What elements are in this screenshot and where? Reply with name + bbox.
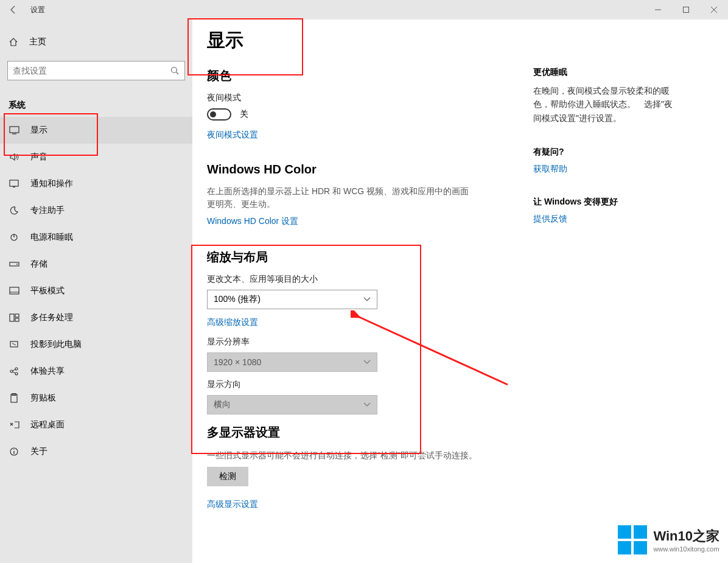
svg-point-10 [16,264,18,265]
feedback-link[interactable]: 提供反馈 [533,214,713,225]
sleep-header: 更优睡眠 [533,67,713,78]
sidebar-item-label: 体验共享 [30,366,65,377]
maximize-button[interactable] [672,0,700,19]
info-icon [9,447,19,456]
window-title: 设置 [30,5,45,15]
watermark-title: Win10之家 [653,527,719,545]
svg-line-3 [177,72,179,75]
sidebar-item-label: 声音 [30,152,47,163]
search-box[interactable] [7,61,185,80]
svg-rect-13 [10,314,14,321]
advanced-display-link[interactable]: 高级显示设置 [207,499,258,510]
orientation-dropdown[interactable]: 横向 [207,395,377,414]
search-input[interactable] [13,66,170,75]
project-icon [9,340,19,349]
section-scale: 缩放与布局 [207,249,533,265]
moon-icon [9,206,19,215]
chevron-down-icon [363,402,371,407]
svg-rect-14 [15,314,19,317]
detect-button[interactable]: 检测 [207,467,248,486]
night-mode-label: 夜间模式 [207,93,533,103]
chevron-down-icon [363,297,371,302]
resolution-dropdown[interactable]: 1920 × 1080 [207,352,377,372]
svg-point-19 [15,372,18,375]
sidebar: 主页 系统 显示 声音 通知和操作 专注助手 电源和睡眠 存储 [0,19,192,563]
sidebar-item-notifications[interactable]: 通知和操作 [0,170,192,197]
back-button[interactable] [0,0,27,19]
minimize-icon [654,6,662,13]
sidebar-item-label: 电源和睡眠 [30,232,73,243]
close-button[interactable] [700,0,728,19]
svg-point-18 [15,368,18,370]
orientation-value: 横向 [214,399,231,410]
scale-dropdown[interactable]: 100% (推荐) [207,290,377,309]
svg-line-20 [13,369,15,371]
sidebar-item-clipboard[interactable]: 剪贴板 [0,385,192,411]
question-header: 有疑问? [533,147,713,158]
clipboard-icon [9,393,19,403]
page-title: 显示 [207,28,533,53]
resolution-label: 显示分辨率 [207,337,533,348]
sidebar-item-about[interactable]: 关于 [0,438,192,465]
storage-icon [9,261,19,268]
sound-icon [9,153,19,161]
sidebar-item-label: 存储 [30,259,47,270]
search-icon [170,66,180,75]
monitor-icon [9,126,19,135]
resolution-value: 1920 × 1080 [214,357,261,367]
sidebar-item-label: 专注助手 [30,205,65,216]
multimonitor-description: 一些旧式显示器可能不会进行自动连接，选择"检测"即可尝试手动连接。 [207,449,499,462]
chevron-down-icon [363,360,371,365]
svg-rect-11 [10,287,19,294]
sidebar-item-label: 剪贴板 [30,393,56,404]
right-panel: 更优睡眠 在晚间，夜间模式会显示较柔和的暖色，帮助你进入睡眠状态。 选择"夜间模… [533,19,728,563]
tablet-icon [9,287,19,295]
svg-line-21 [13,372,15,373]
sidebar-home[interactable]: 主页 [0,29,192,55]
sidebar-item-multitask[interactable]: 多任务处理 [0,304,192,331]
sidebar-item-remote[interactable]: 远程桌面 [0,411,192,438]
hdcolor-description: 在上面所选择的显示器上让 HDR 和 WCG 视频、游戏和应用中的画面更明亮、更… [207,185,475,211]
sidebar-item-label: 远程桌面 [30,419,65,430]
svg-rect-1 [684,7,689,13]
watermark: Win10之家 www.win10xitong.com [618,525,719,554]
orientation-label: 显示方向 [207,379,533,390]
sidebar-item-display[interactable]: 显示 [0,117,192,144]
main-content: 显示 颜色 夜间模式 关 夜间模式设置 Windows HD Color 在上面… [192,19,533,563]
hdcolor-settings-link[interactable]: Windows HD Color 设置 [207,216,298,227]
sidebar-item-label: 多任务处理 [30,312,73,323]
maximize-icon [682,6,690,13]
windows-logo-icon [618,525,647,554]
night-mode-toggle[interactable] [207,108,231,121]
share-icon [9,366,19,376]
scale-value: 100% (推荐) [214,294,261,305]
sidebar-home-label: 主页 [29,37,46,47]
sidebar-item-sound[interactable]: 声音 [0,144,192,170]
svg-rect-6 [10,180,18,186]
window-controls [644,0,728,19]
svg-point-17 [10,370,13,372]
close-icon [710,6,718,13]
night-mode-state: 关 [240,109,248,120]
night-mode-settings-link[interactable]: 夜间模式设置 [207,130,258,141]
sidebar-item-power[interactable]: 电源和睡眠 [0,224,192,251]
svg-point-2 [172,68,177,73]
sidebar-item-tablet[interactable]: 平板模式 [0,278,192,304]
advanced-scaling-link[interactable]: 高级缩放设置 [207,317,258,328]
section-hdcolor: Windows HD Color [207,163,533,177]
home-icon [9,37,18,47]
get-help-link[interactable]: 获取帮助 [533,164,713,175]
sleep-text: 在晚间，夜间模式会显示较柔和的暖色，帮助你进入睡眠状态。 选择"夜间模式设置"进… [533,84,679,125]
multitask-icon [9,313,19,322]
section-multimonitor: 多显示器设置 [207,424,533,441]
notification-icon [9,180,19,188]
sidebar-item-focus[interactable]: 专注助手 [0,197,192,224]
sidebar-item-label: 平板模式 [30,285,65,296]
arrow-left-icon [9,5,18,15]
minimize-button[interactable] [644,0,672,19]
sidebar-item-sharing[interactable]: 体验共享 [0,358,192,385]
svg-point-26 [13,449,15,450]
scale-label: 更改文本、应用等项目的大小 [207,274,533,285]
sidebar-item-projecting[interactable]: 投影到此电脑 [0,331,192,358]
sidebar-item-storage[interactable]: 存储 [0,251,192,278]
